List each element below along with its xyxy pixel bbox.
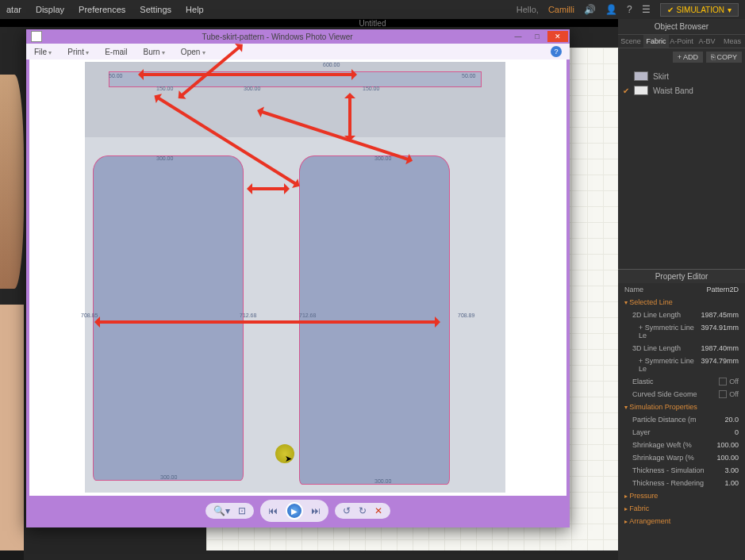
arrow-icon [140, 73, 355, 76]
meas-label: 300.00 [156, 155, 173, 161]
avatar-upper [0, 75, 24, 289]
pv-title: Tube-skirt-pattern - Windows Photo Viewe… [47, 33, 508, 41]
menu-display[interactable]: Display [36, 5, 64, 14]
minimize-button[interactable]: — [509, 31, 527, 42]
meas-label: 150.00 [363, 86, 379, 91]
meas-label: 150.00 [156, 86, 173, 91]
pv-menu-email[interactable]: E-mail [105, 48, 127, 56]
pv-help-icon[interactable]: ? [551, 46, 562, 57]
menu-avatar[interactable]: atar [6, 5, 21, 14]
tab-abv[interactable]: A-BV [694, 35, 720, 48]
prop-value[interactable]: 1.00 [724, 479, 739, 487]
close-button[interactable]: ✕ [547, 31, 568, 42]
meas-label: 300.00 [374, 155, 391, 161]
zoom-icon[interactable]: 🔍▾ [213, 505, 230, 516]
rotate-cw-icon[interactable]: ↻ [359, 505, 367, 516]
copy-button[interactable]: ⎘ COPY [706, 52, 742, 63]
section-pressure[interactable]: Pressure [618, 489, 745, 502]
prop-value: 3974.91mm [701, 324, 739, 339]
prop-label: Elastic [632, 378, 654, 385]
prop-value: 1987.45mm [701, 311, 739, 319]
section-arrangement[interactable]: Arrangement [618, 515, 745, 527]
add-button[interactable]: + ADD [673, 52, 703, 63]
prop-label: Curved Side Geome [632, 390, 697, 398]
tab-scene[interactable]: Scene [618, 35, 643, 48]
pv-menu-file[interactable]: File [34, 48, 52, 56]
prop-value[interactable]: 100.00 [716, 441, 739, 449]
prop-label: Thickness - Simulation [632, 466, 705, 474]
meas-label: 300.00 [244, 86, 260, 91]
left-skirt-piece [93, 155, 244, 481]
prop-label: + Symmetric Line Le [639, 357, 701, 373]
prop-label: 3D Line Length [632, 344, 681, 352]
pv-content[interactable]: 600.00 50.00 50.00 150.00 300.00 150.00 … [29, 59, 566, 496]
prop-value: 1987.40mm [701, 344, 739, 352]
section-fabric[interactable]: Fabric [618, 502, 745, 515]
sync-icon[interactable]: ☰ [642, 4, 651, 15]
avatar-lower [0, 305, 24, 550]
prop-value[interactable]: 20.0 [724, 416, 739, 424]
user-icon[interactable]: 👤 [605, 4, 617, 15]
pv-menu-burn[interactable]: Burn [144, 48, 165, 56]
elastic-toggle[interactable]: Off [719, 378, 739, 385]
menu-preferences[interactable]: Preferences [79, 5, 125, 14]
arrow-icon [249, 187, 287, 190]
property-editor-title: Property Editor [618, 270, 745, 283]
next-icon[interactable]: ⏭ [311, 505, 321, 516]
delete-icon[interactable]: ✕ [374, 505, 382, 516]
prop-label: Layer [632, 428, 651, 436]
prop-label: Name [624, 286, 643, 293]
fabric-swatch [634, 71, 648, 81]
menu-settings[interactable]: Settings [140, 5, 171, 14]
meas-label: 708.89 [458, 313, 474, 318]
avatar-panel [0, 27, 24, 535]
prop-label: 2D Line Length [632, 311, 681, 319]
prop-label: Shrinkage Weft (% [632, 441, 692, 449]
prop-label: Shrinkage Warp (% [632, 454, 694, 462]
fabric-swatch [634, 86, 648, 95]
prop-label: + Symmetric Line Le [639, 324, 701, 339]
pv-menubar: File Print E-mail Burn Open ? [26, 44, 570, 59]
object-browser-tabs: Scene Fabric A-Point A-BV Meas [618, 35, 745, 48]
pv-app-icon [31, 31, 42, 42]
username[interactable]: Camilli [548, 5, 574, 14]
prop-value[interactable]: Pattern2D [706, 286, 739, 293]
meas-label: 712.68 [299, 313, 316, 318]
menu-help[interactable]: Help [186, 5, 204, 14]
prop-value[interactable]: 0 [735, 428, 739, 436]
meas-label: 50.00 [462, 73, 476, 79]
fabric-name: Skirt [653, 72, 669, 81]
prop-value: 3974.79mm [701, 357, 739, 373]
prop-value[interactable]: 100.00 [716, 454, 739, 462]
pv-menu-print[interactable]: Print [67, 48, 89, 56]
list-item[interactable]: ✔ Skirt [621, 69, 742, 83]
section-selected-line[interactable]: Selected Line [618, 296, 745, 309]
pv-titlebar[interactable]: Tube-skirt-pattern - Windows Photo Viewe… [26, 29, 570, 44]
help-icon[interactable]: ? [627, 4, 632, 15]
tab-fabric[interactable]: Fabric [643, 35, 669, 48]
photo-viewer-window[interactable]: Tube-skirt-pattern - Windows Photo Viewe… [26, 29, 570, 527]
meas-label: 300.00 [160, 474, 177, 480]
rotate-ccw-icon[interactable]: ↺ [343, 505, 351, 516]
meas-label: 712.68 [240, 313, 256, 318]
check-icon: ✔ [623, 86, 629, 95]
arrow-icon [97, 320, 438, 324]
simulation-button[interactable]: ✔ SIMULATION ▾ [660, 3, 739, 17]
list-item[interactable]: ✔ Waist Band [621, 83, 742, 98]
sound-icon[interactable]: 🔊 [584, 4, 596, 15]
tab-meas[interactable]: Meas [720, 35, 745, 48]
slideshow-button[interactable]: ▶ [286, 502, 303, 520]
tab-apoint[interactable]: A-Point [669, 35, 694, 48]
main-menubar: atar Display Preferences Settings Help H… [0, 0, 745, 19]
section-sim-props[interactable]: Simulation Properties [618, 401, 745, 413]
cursor-icon: ➤ [285, 454, 292, 464]
prev-icon[interactable]: ⏮ [268, 505, 278, 516]
curved-toggle[interactable]: Off [719, 390, 739, 398]
actual-size-icon[interactable]: ⊡ [238, 505, 246, 516]
maximize-button[interactable]: □ [528, 31, 546, 42]
property-editor: Property Editor NamePattern2D Selected L… [618, 269, 745, 560]
arrow-icon [348, 95, 351, 139]
prop-label: Particle Distance (m [632, 416, 697, 424]
pv-menu-open[interactable]: Open [181, 48, 205, 56]
prop-value[interactable]: 3.00 [724, 466, 739, 474]
